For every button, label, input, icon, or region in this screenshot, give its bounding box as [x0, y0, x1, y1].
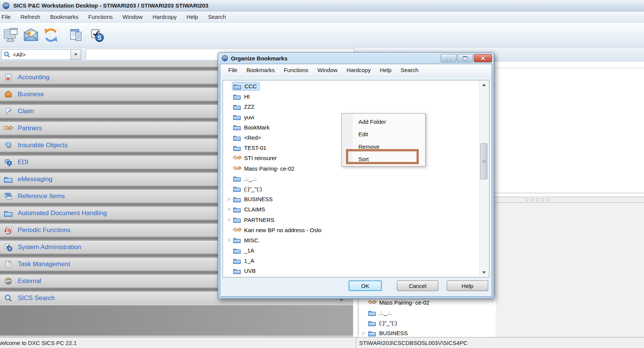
tree-item[interactable]: BUSINESS [359, 328, 496, 338]
arrow-down-icon [482, 271, 486, 274]
tree-item[interactable]: E TEST [224, 276, 479, 277]
claim-icon [4, 107, 13, 116]
tree-item[interactable]: MISC. [224, 235, 479, 245]
expand-arrow-icon[interactable] [362, 331, 366, 335]
search-scope-combo[interactable]: <All> [1, 49, 81, 60]
expand-arrow-icon[interactable] [227, 238, 231, 242]
app-logo-icon [221, 55, 228, 62]
dialog-body: File Bookmarks Functions Window Hardcopy… [220, 64, 492, 297]
tree-item[interactable]: PARTNERS [224, 214, 479, 225]
dialog-footer: OK Cancel Help [223, 280, 489, 296]
close-button[interactable] [474, 54, 492, 62]
dialog-menu-functions[interactable]: Functions [279, 67, 313, 73]
context-menu-add-folder[interactable]: Add Folder [342, 115, 425, 128]
menu-search[interactable]: Search [203, 14, 231, 20]
bookmark-tree: CCC HI ZZZ yuvi BookMark <Red> TEST-01 S… [223, 80, 489, 277]
reports-icon[interactable] [68, 25, 86, 45]
folder-icon [233, 134, 241, 141]
minimize-button[interactable] [441, 54, 456, 62]
expand-arrow-icon[interactable] [227, 208, 231, 211]
tree-item-selected[interactable]: CCC [224, 81, 479, 91]
edi-icon [4, 158, 13, 167]
refresh-icon[interactable] [41, 25, 60, 45]
toolbar [0, 23, 644, 48]
menu-help[interactable]: Help [181, 14, 203, 20]
menu-window[interactable]: Window [118, 14, 148, 20]
tree-item-label: CLAIMS [244, 206, 265, 212]
tree-item-label: (:)"_"(:) [244, 186, 262, 192]
menu-bookmarks[interactable]: Bookmarks [45, 14, 83, 20]
search-icon [4, 294, 13, 303]
tree-item[interactable]: CLAIMS [224, 204, 479, 214]
tree-item[interactable]: Mass Pairing- ce-02 [359, 297, 496, 308]
sidebar-item-label: System Administration [18, 243, 81, 251]
expand-arrow-icon[interactable] [227, 218, 231, 222]
cancel-button[interactable]: Cancel [397, 280, 438, 291]
folder-icon [233, 216, 241, 223]
scrollbar-thumb[interactable] [480, 143, 487, 179]
workstation-icon[interactable] [2, 25, 20, 45]
dialog-menu-file[interactable]: File [224, 67, 242, 73]
folder-icon [233, 114, 241, 120]
vertical-scrollbar[interactable] [479, 81, 488, 276]
diamond-icon [4, 141, 13, 150]
tree-item-label: BUSINESS [244, 196, 273, 202]
maximize-button[interactable] [457, 54, 473, 62]
menu-hardcopy[interactable]: Hardcopy [148, 14, 181, 20]
tree-item-label: <Red> [244, 134, 261, 141]
scroll-down-button[interactable] [480, 269, 488, 276]
menu-functions[interactable]: Functions [83, 14, 118, 20]
dialog-title: Organize Bookmarks [231, 55, 287, 62]
tree-item[interactable]: (:)"_"(:) [359, 318, 496, 328]
tree-item-label: _1A [244, 247, 254, 254]
expand-arrow-icon[interactable] [227, 197, 231, 201]
dialog-menu-search[interactable]: Search [396, 67, 423, 73]
folder-icon [4, 209, 13, 218]
dialog-menu-help[interactable]: Help [375, 67, 396, 73]
handshake-bookmark-icon [233, 226, 241, 233]
scroll-up-button[interactable] [480, 81, 488, 89]
dialog-menubar: File Bookmarks Functions Window Hardcopy… [220, 64, 492, 76]
tree-item[interactable]: 1_A [224, 256, 479, 266]
lower-panel [495, 203, 644, 337]
tree-item[interactable]: .:._.:. [224, 174, 479, 184]
close-icon [480, 56, 486, 60]
search-scope-value: <All> [13, 51, 26, 58]
splitter-bar[interactable] [495, 197, 644, 203]
dialog-titlebar[interactable]: Organize Bookmarks [220, 52, 492, 64]
dialog-menu-hardcopy[interactable]: Hardcopy [342, 67, 375, 73]
minimize-icon [446, 59, 451, 61]
search-scope-dropdown-button[interactable] [71, 49, 81, 60]
tree-item-label: TEST-01 [244, 145, 266, 151]
menu-file[interactable]: File [0, 14, 15, 20]
app-logo-icon [2, 2, 10, 9]
folder-icon [233, 145, 241, 151]
tree-item[interactable]: (:)"_"(:) [224, 184, 479, 194]
folder-icon [233, 268, 241, 274]
mail-icon[interactable] [22, 25, 40, 45]
help-button[interactable]: Help [447, 280, 488, 291]
tree-item[interactable]: .:._.:. [359, 308, 496, 318]
folder-icon [234, 83, 242, 90]
ok-button[interactable]: OK [349, 280, 382, 291]
window-titlebar: SICS P&C Workstation Desktop - STIWARI20… [0, 0, 644, 11]
tree-item[interactable]: _1A [224, 245, 479, 256]
dialog-menu-bookmarks[interactable]: Bookmarks [242, 67, 279, 73]
tree-item[interactable]: BUSINESS [224, 194, 479, 204]
sidebar-item-label: eMessaging [18, 176, 52, 183]
folder-icon [233, 103, 241, 110]
context-menu-edit[interactable]: Edit [342, 128, 425, 140]
tree-item-label: yuvi [244, 114, 254, 120]
grip-dot [536, 198, 539, 201]
sidebar-item-label: External [18, 277, 41, 285]
tree-item[interactable]: UVB [224, 266, 479, 276]
tree-item[interactable]: ZZZ [224, 102, 479, 112]
tree-item[interactable]: HI [224, 91, 479, 102]
folder-icon [368, 310, 377, 316]
dialog-menu-window[interactable]: Window [313, 67, 342, 73]
sidebar-item-label: Claim [18, 108, 34, 115]
system-check-icon[interactable] [88, 25, 106, 45]
tree-item[interactable]: Kari new BP no address - Oslo [224, 225, 479, 235]
handshake-bookmark-icon [233, 165, 241, 172]
menu-refresh[interactable]: Refresh [15, 14, 45, 20]
